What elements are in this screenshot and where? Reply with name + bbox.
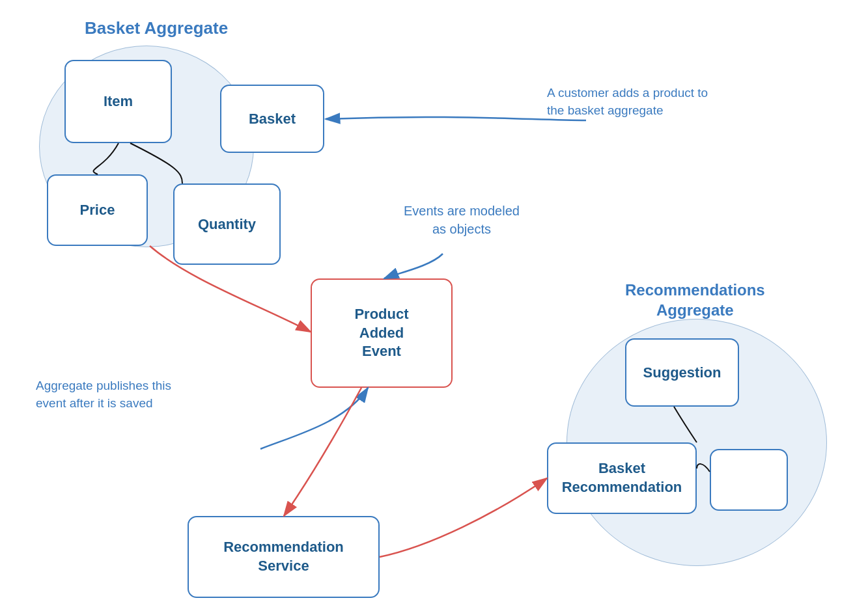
item-box: Item <box>64 60 172 143</box>
diagram: Basket Aggregate Item Basket Price Quant… <box>0 0 868 609</box>
basket-recommendation-label: Basket Recommendation <box>562 459 682 496</box>
item-label: Item <box>104 93 133 110</box>
quantity-box: Quantity <box>173 183 281 265</box>
product-added-event-box: Product Added Event <box>311 278 453 388</box>
basket-label: Basket <box>249 111 296 128</box>
annotation-aggregate-publishes: Aggregate publishes this event after it … <box>36 377 171 412</box>
annotation-customer-adds: A customer adds a product to the basket … <box>547 85 708 119</box>
suggestion-label: Suggestion <box>643 364 721 381</box>
annotation-events-modeled: Events are modeled as objects <box>404 202 520 238</box>
recommendation-service-box: Recommendation Service <box>188 516 380 598</box>
recommendations-aggregate-label: Recommendations Aggregate <box>625 280 765 320</box>
price-label: Price <box>80 202 115 219</box>
quantity-label: Quantity <box>198 216 256 233</box>
suggestion-box: Suggestion <box>625 338 739 407</box>
recommendation-service-label: Recommendation Service <box>223 538 344 575</box>
unnamed-box <box>710 449 788 511</box>
basket-aggregate-label: Basket Aggregate <box>85 18 228 38</box>
basket-box: Basket <box>220 85 324 153</box>
basket-recommendation-box: Basket Recommendation <box>547 442 697 514</box>
price-box: Price <box>47 174 148 246</box>
product-added-event-label: Product Added Event <box>354 305 408 361</box>
